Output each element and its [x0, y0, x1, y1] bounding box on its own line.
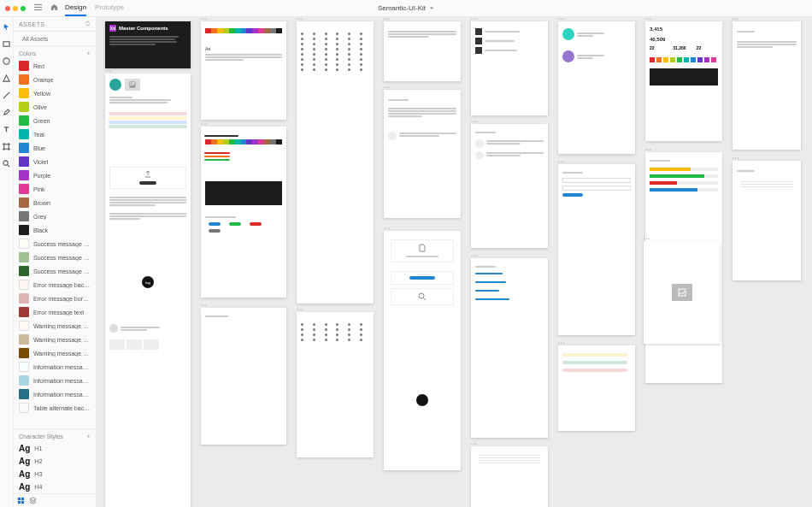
svg-point-20 — [131, 83, 132, 85]
char-style-h3[interactable]: AgH3 — [14, 468, 96, 480]
upload-icon — [144, 170, 152, 179]
artboard-components-long[interactable]: ••• log — [105, 74, 191, 507]
color-swatch-black[interactable]: Black — [14, 223, 96, 237]
color-swatch-blue[interactable]: Blue — [14, 141, 96, 155]
color-swatch-teal[interactable]: Teal — [14, 127, 96, 141]
artboard-icons-2[interactable]: ••• — [297, 312, 374, 457]
artboard-colors[interactable]: ••• Aa — [201, 21, 286, 120]
artboard-right-2[interactable]: ••• — [733, 161, 801, 280]
svg-rect-16 — [21, 498, 24, 500]
artboard-buttons[interactable]: ••• — [201, 308, 286, 445]
asset-search-input[interactable] — [22, 36, 97, 42]
color-swatch-orange[interactable]: Orange — [14, 73, 96, 86]
artboard-master-components[interactable]: Xd Master Components — [105, 21, 191, 68]
swatch-label: Olive — [33, 104, 47, 110]
add-charstyle-icon[interactable]: + — [86, 433, 91, 440]
add-color-icon[interactable]: + — [86, 50, 91, 57]
tab-prototype[interactable]: Prototype — [95, 0, 124, 16]
svg-rect-0 — [34, 4, 42, 5]
svg-point-6 — [3, 160, 8, 164]
window-controls[interactable] — [0, 6, 31, 11]
color-swatch-grey[interactable]: Grey — [14, 209, 96, 223]
color-swatch-information-message-bor-[interactable]: Information message bor… — [14, 374, 96, 387]
ellipse-tool[interactable] — [3, 56, 11, 65]
assets-library-icon[interactable] — [17, 497, 25, 504]
swatch-label: Brown — [33, 200, 50, 206]
char-style-h1[interactable]: AgH1 — [14, 442, 96, 455]
artboard-icons-1[interactable]: ••• — [297, 21, 374, 304]
artboard-placeholder-image[interactable]: ••• — [644, 241, 721, 344]
triangle-tool[interactable] — [3, 74, 11, 82]
color-swatch-yellow[interactable]: Yellow — [14, 86, 96, 100]
minimize-window-icon[interactable] — [13, 6, 18, 11]
color-swatch-brown[interactable]: Brown — [14, 196, 96, 209]
swatch-label: Success message border — [33, 255, 91, 261]
text-tool[interactable] — [3, 125, 11, 133]
artboard-profile-cards[interactable]: ••• — [558, 21, 635, 154]
artboard-modal[interactable]: ••• — [384, 231, 461, 470]
color-swatch-warning-message-border[interactable]: Warning message border — [14, 333, 96, 346]
swatch-label: Success message backg… — [33, 241, 91, 247]
select-tool[interactable] — [3, 22, 11, 31]
layers-panel-icon[interactable] — [29, 497, 37, 504]
color-swatch-warning-message-text[interactable]: Warning message text — [14, 346, 96, 360]
color-swatch-violet[interactable]: Violet — [14, 155, 96, 168]
artboard-right-1[interactable]: ••• — [733, 21, 801, 150]
artboard-links[interactable]: ••• — [471, 258, 548, 438]
design-canvas[interactable]: Xd Master Components ••• log — [97, 17, 812, 507]
color-swatch-pink[interactable]: Pink — [14, 182, 96, 196]
color-swatch-olive[interactable]: Olive — [14, 100, 96, 114]
color-swatch-error-message-border[interactable]: Error message border — [14, 292, 96, 305]
color-swatch-error-message-backgrou-[interactable]: Error message backgrou… — [14, 278, 96, 292]
panel-switcher — [14, 493, 96, 507]
color-swatch-green[interactable]: Green — [14, 114, 96, 127]
swatch-label: Yellow — [33, 91, 50, 97]
menu-icon[interactable] — [34, 3, 42, 13]
document-title[interactable]: Semantic-UI-Kit — [378, 4, 434, 12]
color-swatch-error-message-text[interactable]: Error message text — [14, 305, 96, 319]
pen-tool[interactable] — [3, 108, 11, 116]
artboard-form-1[interactable]: ••• — [558, 164, 635, 335]
rectangle-tool[interactable] — [3, 39, 11, 48]
tool-rail — [0, 17, 14, 507]
swatch-label: Warning message text — [33, 351, 91, 357]
artboard-tool[interactable] — [3, 142, 11, 150]
document-icon — [418, 244, 427, 252]
artboard-comment[interactable]: ••• — [384, 90, 461, 218]
color-swatch-information-message-text[interactable]: Information message text — [14, 387, 96, 401]
swatch-chip — [19, 102, 29, 112]
color-swatch-information-message-ba-[interactable]: Information message ba… — [14, 360, 96, 374]
color-swatch-warning-message-backg-[interactable]: Warning message backg… — [14, 319, 96, 333]
swatch-chip — [19, 252, 29, 262]
char-style-h2[interactable]: AgH2 — [14, 455, 96, 468]
swatch-label: Violet — [33, 159, 48, 165]
color-swatch-success-message-text[interactable]: Success message text — [14, 264, 96, 278]
artboard-messages[interactable]: ••• — [558, 345, 635, 431]
color-swatch-table-alternate-backgro-[interactable]: Table alternate backgro… — [14, 401, 96, 415]
color-swatch-success-message-backg-[interactable]: Success message backg… — [14, 237, 96, 251]
artboard-feed[interactable]: ••• — [471, 124, 548, 248]
panel-collapse-icon[interactable] — [85, 21, 91, 27]
swatch-label: Orange — [33, 77, 53, 83]
line-tool[interactable] — [3, 91, 11, 99]
artboard-stats[interactable]: ••• 3,415 40,509 2231,20022 — [645, 21, 722, 141]
swatch-chip — [19, 211, 29, 221]
maximize-window-icon[interactable] — [21, 6, 26, 11]
swatch-label: Success message text — [33, 268, 91, 274]
color-swatch-success-message-border[interactable]: Success message border — [14, 251, 96, 264]
color-swatch-purple[interactable]: Purple — [14, 168, 96, 182]
artboard-table[interactable]: ••• — [471, 446, 548, 507]
home-icon[interactable] — [50, 3, 58, 13]
zoom-tool[interactable] — [3, 159, 11, 168]
char-style-label: H2 — [34, 458, 42, 464]
artboard-list-1[interactable]: ••• — [471, 21, 548, 115]
artboard-inverted-colors[interactable]: ••• — [201, 127, 286, 298]
tab-design[interactable]: Design — [65, 0, 86, 16]
artboard-text-1[interactable]: ••• — [384, 21, 461, 81]
color-swatch-list: RedOrangeYellowOliveGreenTealBlueVioletP… — [14, 59, 96, 428]
color-swatch-red[interactable]: Red — [14, 59, 96, 73]
swatch-label: Warning message backg… — [33, 323, 91, 329]
char-style-h4[interactable]: AgH4 — [14, 480, 96, 493]
close-window-icon[interactable] — [5, 6, 10, 11]
swatch-chip — [19, 239, 29, 249]
